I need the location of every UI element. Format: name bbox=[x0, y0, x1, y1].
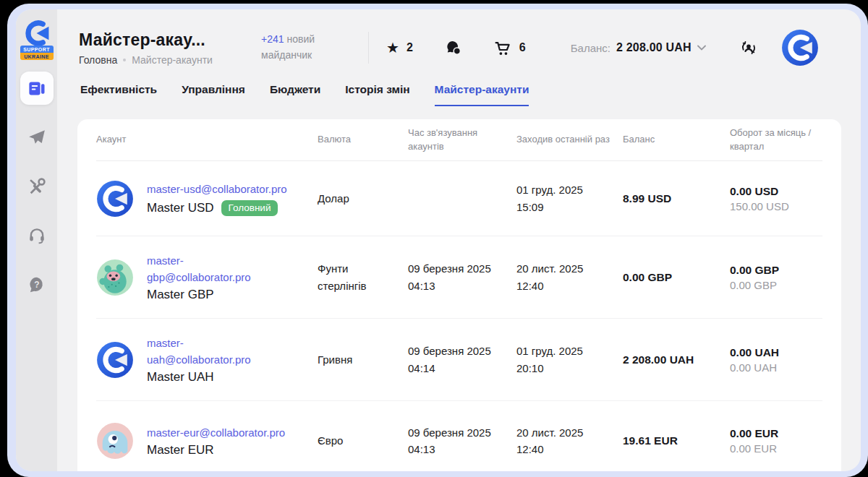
favorites-count: 2 bbox=[407, 41, 413, 54]
tab-budgets[interactable]: Бюджети bbox=[270, 83, 320, 106]
sidebar-item-tools[interactable] bbox=[20, 170, 54, 203]
tab-bar: Ефективність Управління Бюджети Історія … bbox=[57, 79, 861, 106]
tab-effectiveness[interactable]: Ефективність bbox=[80, 83, 157, 106]
linked-time: 04:14 bbox=[408, 360, 508, 377]
balance-dropdown[interactable]: Баланс: 2 208.00 UAH bbox=[571, 41, 706, 54]
chevron-down-icon bbox=[697, 45, 706, 51]
favorites-button[interactable]: ★ 2 bbox=[386, 40, 413, 55]
last-login-cell: 01 груд. 2025 20:10 bbox=[516, 343, 623, 377]
linked-cell: 09 березня 2025 04:13 bbox=[408, 424, 516, 458]
app-frame: SUPPORT UKRAINE bbox=[7, 4, 868, 477]
account-name: Master EUR bbox=[147, 443, 285, 457]
sidebar-item-campaigns[interactable] bbox=[20, 72, 54, 105]
collaborator-logo[interactable]: SUPPORT UKRAINE bbox=[20, 18, 54, 60]
account-cell: master-gbp@collaborator.pro Master GBP bbox=[96, 252, 318, 303]
star-icon: ★ bbox=[386, 40, 399, 55]
tab-history[interactable]: Історія змін bbox=[345, 83, 409, 106]
col-last-login: Заходив останній раз bbox=[516, 133, 623, 147]
login-time: 15:09 bbox=[516, 199, 614, 215]
turnover-quarter: 0.00 EUR bbox=[730, 442, 822, 455]
account-name-text: Master USD bbox=[147, 201, 214, 215]
page-title: Майстер-акау... bbox=[79, 30, 261, 50]
accounts-card: Акаунт Валюта Час зв'язування акаунтів З… bbox=[77, 119, 841, 471]
cart-icon bbox=[494, 39, 512, 57]
document-icon bbox=[27, 79, 46, 98]
table-row: master-gbp@collaborator.pro Master GBP Ф… bbox=[96, 236, 822, 319]
sidebar-item-help[interactable]: ? bbox=[20, 268, 54, 301]
tab-management[interactable]: Управління bbox=[182, 83, 245, 106]
col-balance: Баланс bbox=[623, 133, 730, 147]
table-header: Акаунт Валюта Час зв'язування акаунтів З… bbox=[96, 119, 822, 161]
col-linked: Час зв'язування акаунтів bbox=[408, 126, 516, 154]
account-name-text: Master EUR bbox=[147, 443, 214, 457]
turnover-month: 0.00 UAH bbox=[730, 346, 822, 359]
collaborator-c-icon bbox=[21, 18, 53, 48]
sidebar-item-messenger[interactable] bbox=[20, 121, 54, 154]
login-date: 20 лист. 2025 bbox=[516, 260, 614, 277]
col-account: Акаунт bbox=[96, 133, 318, 147]
linked-time: 04:13 bbox=[408, 278, 508, 294]
linked-cell: 09 березня 2025 04:14 bbox=[408, 343, 516, 377]
account-cell: master-uah@collaborator.pro Master UAH bbox=[96, 335, 318, 385]
account-cell: master-eur@collaborator.pro Master EUR bbox=[96, 422, 318, 460]
account-email-link[interactable]: master-usd@collaborator.pro bbox=[147, 181, 287, 197]
account-name: Master UAH bbox=[147, 370, 257, 384]
cart-count: 6 bbox=[519, 41, 526, 54]
account-email-link[interactable]: master-gbp@collaborator.pro bbox=[147, 252, 257, 286]
breadcrumb-home[interactable]: Головна bbox=[79, 54, 117, 66]
cart-button[interactable]: 6 bbox=[494, 39, 526, 57]
collaborator-avatar-icon bbox=[781, 29, 819, 66]
linked-date: 09 березня 2025 bbox=[408, 343, 508, 359]
last-login-cell: 20 лист. 2025 12:40 bbox=[516, 260, 623, 294]
ukraine-label: UKRAINE bbox=[20, 53, 54, 60]
user-avatar[interactable] bbox=[781, 29, 819, 66]
svg-text:?: ? bbox=[34, 280, 39, 290]
balance-cell: 0.00 GBP bbox=[623, 271, 730, 284]
topbar-divider bbox=[368, 32, 369, 64]
sidebar-nav: ? bbox=[20, 72, 54, 301]
account-email-link[interactable]: master-eur@collaborator.pro bbox=[147, 424, 285, 441]
turnover-cell: 0.00 GBP 0.00 GBP bbox=[730, 264, 822, 291]
login-date: 01 груд. 2025 bbox=[516, 181, 614, 198]
linked-date: 09 березня 2025 bbox=[408, 260, 508, 277]
col-currency: Валюта bbox=[318, 133, 408, 147]
switch-account-button[interactable] bbox=[739, 38, 758, 57]
account-email-link[interactable]: master-uah@collaborator.pro bbox=[147, 335, 257, 369]
collaborator-avatar-icon bbox=[96, 341, 134, 379]
tab-master-accounts[interactable]: Майстер-акаунти bbox=[435, 83, 529, 106]
new-platforms-count: +241 bbox=[261, 33, 284, 45]
account-name: Master GBP bbox=[147, 288, 257, 302]
new-platforms-note[interactable]: +241 новий майданчик bbox=[261, 32, 346, 63]
turnover-month: 0.00 GBP bbox=[730, 264, 822, 277]
breadcrumb: Головна Майстер-акаунти bbox=[79, 54, 261, 66]
login-time: 20:10 bbox=[516, 360, 614, 377]
sidebar-item-support[interactable] bbox=[20, 219, 54, 252]
breadcrumb-current: Майстер-акаунти bbox=[132, 54, 213, 66]
last-login-cell: 20 лист. 2025 12:40 bbox=[516, 424, 623, 458]
login-time: 12:40 bbox=[516, 441, 614, 457]
paper-plane-icon bbox=[27, 128, 46, 147]
turnover-month: 0.00 USD bbox=[730, 185, 822, 198]
collaborator-avatar-icon bbox=[96, 180, 134, 218]
green-monster-avatar-icon bbox=[96, 259, 134, 296]
balance-cell: 8.99 USD bbox=[623, 192, 730, 205]
linked-cell: 09 березня 2025 04:13 bbox=[408, 260, 516, 294]
currency-cell: Гривня bbox=[318, 351, 408, 368]
account-name-text: Master GBP bbox=[147, 288, 214, 302]
tools-icon bbox=[27, 177, 46, 196]
messages-button[interactable] bbox=[445, 39, 462, 56]
topbar: Майстер-акау... Головна Майстер-акаунти … bbox=[57, 9, 861, 79]
title-block: Майстер-акау... Головна Майстер-акаунти bbox=[79, 30, 261, 66]
turnover-month: 0.00 EUR bbox=[730, 427, 822, 440]
main-area: Майстер-акау... Головна Майстер-акаунти … bbox=[57, 9, 861, 471]
headset-icon bbox=[27, 226, 46, 245]
table-row: master-eur@collaborator.pro Master EUR Є… bbox=[96, 401, 822, 471]
currency-cell: Фунти стерлінгів bbox=[318, 260, 408, 294]
turnover-quarter: 0.00 GBP bbox=[730, 279, 822, 291]
breadcrumb-separator bbox=[123, 59, 126, 61]
app-window: SUPPORT UKRAINE bbox=[16, 9, 861, 471]
currency-cell: Євро bbox=[318, 432, 408, 449]
turnover-cell: 0.00 USD 150.00 USD bbox=[730, 185, 822, 212]
blue-monster-avatar-icon bbox=[96, 422, 134, 460]
support-label: SUPPORT bbox=[20, 46, 54, 53]
